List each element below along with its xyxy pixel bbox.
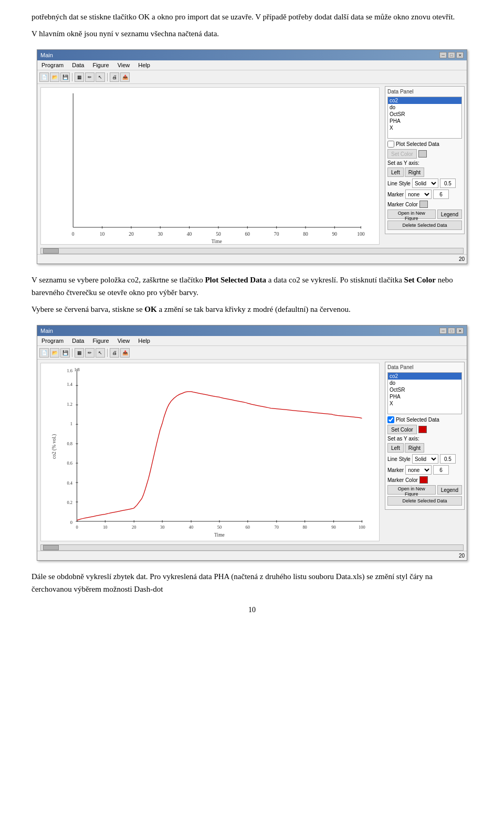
svg-rect-25 xyxy=(49,363,371,541)
marker-size-input-2[interactable] xyxy=(433,465,449,475)
paragraph-2: V hlavním okně jsou nyní v seznamu všech… xyxy=(32,27,472,40)
window-controls-1[interactable]: ─ □ ✕ xyxy=(439,52,464,58)
window-titlebar-1: Main ─ □ ✕ xyxy=(37,50,467,60)
minimize-button-2[interactable]: ─ xyxy=(439,328,447,334)
maximize-button-2[interactable]: □ xyxy=(448,328,455,334)
marker-color-label-2: Marker Color xyxy=(387,477,418,483)
right-button-1[interactable]: Right xyxy=(405,167,424,177)
close-button-1[interactable]: ✕ xyxy=(456,52,464,58)
toolbar-grid-1[interactable]: ▦ xyxy=(75,72,84,82)
list-item-co2-1[interactable]: co2 xyxy=(388,97,461,104)
legend-button-1[interactable]: Legend xyxy=(437,209,462,219)
color-swatch-1[interactable] xyxy=(418,150,427,158)
scrollbar-h-2[interactable] xyxy=(40,544,464,551)
menu-figure-2[interactable]: Figure xyxy=(90,337,111,344)
left-button-1[interactable]: Left xyxy=(387,167,404,177)
list-item-x-2[interactable]: X xyxy=(388,400,461,407)
line-width-input-1[interactable] xyxy=(440,179,456,188)
toolbar-grid-2[interactable]: ▦ xyxy=(75,348,84,358)
toolbar-sep-2 xyxy=(107,73,108,81)
toolbar-2: 📄 📂 💾 ▦ ✏ ↖ 🖨 📤 xyxy=(37,346,467,360)
svg-text:0: 0 xyxy=(72,231,75,237)
marker-label-2: Marker xyxy=(387,467,404,473)
window-main-2: Main ─ □ ✕ Program Data Figure View Help… xyxy=(37,325,467,561)
list-item-do-2[interactable]: do xyxy=(388,380,461,386)
plot-selected-row-1: Plot Selected Data xyxy=(387,141,462,148)
delete-button-2[interactable]: Delete Selected Data xyxy=(387,496,462,506)
menu-view-2[interactable]: View xyxy=(116,337,132,344)
menu-help-1[interactable]: Help xyxy=(136,61,152,69)
toolbar-edit-1[interactable]: ✏ xyxy=(85,72,94,82)
left-button-2[interactable]: Left xyxy=(387,443,404,453)
line-style-select-2[interactable]: Solid xyxy=(412,454,438,464)
legend-button-2[interactable]: Legend xyxy=(437,485,462,495)
plot-selected-checkbox-2[interactable] xyxy=(387,416,394,423)
toolbar-cursor-2[interactable]: ↖ xyxy=(96,348,105,358)
list-item-x-1[interactable]: X xyxy=(388,124,461,131)
toolbar-save-1[interactable]: 💾 xyxy=(60,72,70,82)
set-color-button-1[interactable]: Set Color xyxy=(387,149,417,159)
data-listbox-2[interactable]: co2 do OctSR PHA X xyxy=(387,372,462,414)
line-style-label-2: Line Style xyxy=(387,456,411,462)
menu-figure-1[interactable]: Figure xyxy=(90,61,111,69)
scrollbar-h-1[interactable] xyxy=(40,248,464,254)
toolbar-open-1[interactable]: 📂 xyxy=(50,72,59,82)
plot-selected-checkbox-1[interactable] xyxy=(387,141,394,148)
toolbar-new-2[interactable]: 📄 xyxy=(39,348,49,358)
plot-selected-label-2: Plot Selected Data xyxy=(396,417,439,423)
marker-color-swatch-2[interactable] xyxy=(419,476,428,484)
svg-text:0: 0 xyxy=(76,524,78,530)
toolbar-print-1[interactable]: 🖨 xyxy=(110,72,119,82)
open-figure-button-2[interactable]: Open in New Figure xyxy=(387,485,436,495)
marker-select-1[interactable]: none xyxy=(405,190,432,199)
right-button-2[interactable]: Right xyxy=(405,443,424,453)
minimize-button-1[interactable]: ─ xyxy=(439,52,447,58)
delete-button-1[interactable]: Delete Selected Data xyxy=(387,221,462,230)
status-value-2: 20 xyxy=(459,553,465,559)
data-panel-2: Data Panel co2 do OctSR PHA X Plot Selec… xyxy=(383,360,467,544)
menu-program-1[interactable]: Program xyxy=(39,61,66,69)
color-swatch-2[interactable] xyxy=(418,426,427,433)
toolbar-new-1[interactable]: 📄 xyxy=(39,72,49,82)
svg-text:90: 90 xyxy=(331,524,335,530)
list-item-pha-2[interactable]: PHA xyxy=(388,393,461,400)
toolbar-open-2[interactable]: 📂 xyxy=(50,348,59,358)
menu-help-2[interactable]: Help xyxy=(136,337,152,344)
close-button-2[interactable]: ✕ xyxy=(456,328,464,334)
line-width-input-2[interactable] xyxy=(440,454,456,464)
list-item-pha-1[interactable]: PHA xyxy=(388,118,461,124)
toolbar-edit-2[interactable]: ✏ xyxy=(85,348,94,358)
line-style-select-1[interactable]: Solid xyxy=(412,179,438,188)
toolbar-export-1[interactable]: 📤 xyxy=(120,72,130,82)
marker-color-swatch-1[interactable] xyxy=(419,201,428,208)
marker-select-2[interactable]: none xyxy=(405,465,432,475)
axis-buttons-2: Left Right xyxy=(387,443,462,453)
toolbar-export-2[interactable]: 📤 xyxy=(120,348,130,358)
list-item-octsr-2[interactable]: OctSR xyxy=(388,386,461,393)
toolbar-save-2[interactable]: 💾 xyxy=(60,348,70,358)
delete-row-2: Delete Selected Data xyxy=(387,496,462,506)
svg-text:10: 10 xyxy=(100,231,105,237)
menu-data-2[interactable]: Data xyxy=(70,337,86,344)
marker-size-input-1[interactable] xyxy=(433,190,449,199)
svg-text:100: 100 xyxy=(357,231,365,237)
menu-program-2[interactable]: Program xyxy=(39,337,66,344)
maximize-button-1[interactable]: □ xyxy=(448,52,455,58)
list-item-do-1[interactable]: do xyxy=(388,104,461,111)
paragraph-4: Vybere se červená barva, stiskne se OK a… xyxy=(32,303,472,316)
svg-text:80: 80 xyxy=(303,231,308,237)
plot-selected-label-1: Plot Selected Data xyxy=(396,141,439,147)
toolbar-print-2[interactable]: 🖨 xyxy=(110,348,119,358)
data-listbox-1[interactable]: co2 do OctSR PHA X xyxy=(387,97,462,139)
line-style-row-1: Line Style Solid xyxy=(387,179,462,188)
menu-data-1[interactable]: Data xyxy=(70,61,86,69)
list-item-octsr-1[interactable]: OctSR xyxy=(388,111,461,118)
line-style-row-2: Line Style Solid xyxy=(387,454,462,464)
set-color-button-2[interactable]: Set Color xyxy=(387,425,417,434)
window-controls-2[interactable]: ─ □ ✕ xyxy=(439,328,464,334)
menu-view-1[interactable]: View xyxy=(116,61,132,69)
toolbar-cursor-1[interactable]: ↖ xyxy=(96,72,105,82)
list-item-co2-2[interactable]: co2 xyxy=(388,373,461,380)
open-figure-button-1[interactable]: Open in New Figure xyxy=(387,209,436,219)
window-body-2: 0 0.2 0.4 0.6 0.8 1 1.2 1.4 1.6 1.8 xyxy=(37,360,467,544)
